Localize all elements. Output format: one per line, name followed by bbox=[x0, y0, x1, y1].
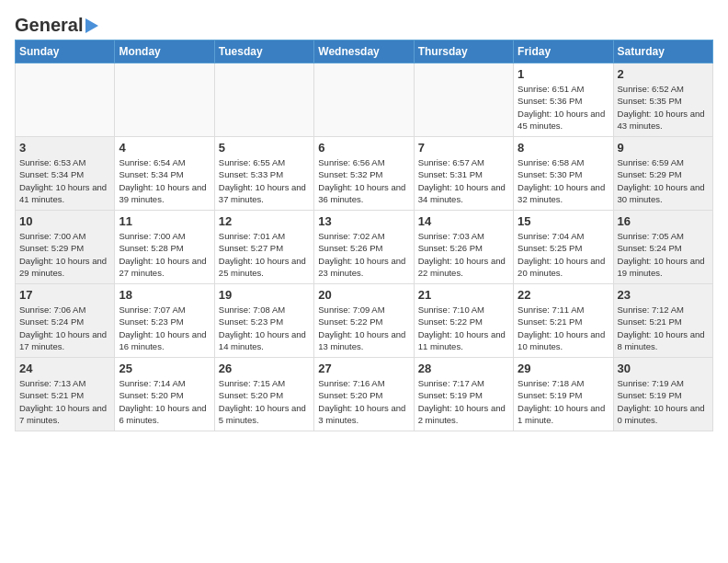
day-info: Sunrise: 7:19 AM Sunset: 5:19 PM Dayligh… bbox=[618, 377, 709, 426]
calendar-cell: 14Sunrise: 7:03 AM Sunset: 5:26 PM Dayli… bbox=[414, 211, 513, 284]
day-info: Sunrise: 6:52 AM Sunset: 5:35 PM Dayligh… bbox=[618, 83, 709, 132]
day-number: 9 bbox=[618, 141, 709, 155]
day-info: Sunrise: 7:15 AM Sunset: 5:20 PM Dayligh… bbox=[219, 377, 310, 426]
calendar-cell: 3Sunrise: 6:53 AM Sunset: 5:34 PM Daylig… bbox=[16, 137, 115, 211]
col-header-monday: Monday bbox=[115, 40, 214, 63]
day-number: 18 bbox=[119, 288, 210, 302]
calendar-cell: 24Sunrise: 7:13 AM Sunset: 5:21 PM Dayli… bbox=[16, 358, 115, 431]
calendar-cell: 15Sunrise: 7:04 AM Sunset: 5:25 PM Dayli… bbox=[514, 211, 613, 284]
calendar-cell: 28Sunrise: 7:17 AM Sunset: 5:19 PM Dayli… bbox=[414, 358, 513, 431]
day-number: 26 bbox=[219, 362, 310, 375]
calendar-header-row: SundayMondayTuesdayWednesdayThursdayFrid… bbox=[16, 40, 713, 63]
day-info: Sunrise: 7:08 AM Sunset: 5:23 PM Dayligh… bbox=[219, 304, 310, 352]
day-info: Sunrise: 7:10 AM Sunset: 5:22 PM Dayligh… bbox=[418, 304, 509, 352]
day-number: 27 bbox=[318, 362, 409, 375]
calendar-cell: 21Sunrise: 7:10 AM Sunset: 5:22 PM Dayli… bbox=[414, 284, 513, 358]
page-header: General bbox=[15, 15, 713, 32]
day-number: 14 bbox=[418, 214, 509, 228]
col-header-wednesday: Wednesday bbox=[314, 40, 414, 63]
day-info: Sunrise: 6:54 AM Sunset: 5:34 PM Dayligh… bbox=[119, 156, 210, 205]
day-number: 30 bbox=[618, 362, 709, 375]
day-number: 28 bbox=[418, 362, 509, 375]
day-info: Sunrise: 6:57 AM Sunset: 5:31 PM Dayligh… bbox=[418, 156, 509, 205]
day-number: 20 bbox=[318, 288, 409, 302]
calendar-cell: 1Sunrise: 6:51 AM Sunset: 5:36 PM Daylig… bbox=[514, 63, 613, 137]
day-info: Sunrise: 7:18 AM Sunset: 5:19 PM Dayligh… bbox=[518, 377, 609, 426]
day-number: 4 bbox=[119, 141, 210, 155]
calendar-cell: 17Sunrise: 7:06 AM Sunset: 5:24 PM Dayli… bbox=[16, 284, 115, 358]
week-row-3: 10Sunrise: 7:00 AM Sunset: 5:29 PM Dayli… bbox=[16, 211, 713, 284]
day-info: Sunrise: 7:02 AM Sunset: 5:26 PM Dayligh… bbox=[318, 230, 409, 279]
day-info: Sunrise: 7:05 AM Sunset: 5:24 PM Dayligh… bbox=[618, 230, 709, 279]
day-number: 7 bbox=[418, 141, 509, 155]
calendar-cell bbox=[414, 63, 513, 137]
day-number: 8 bbox=[518, 141, 609, 155]
calendar-cell: 8Sunrise: 6:58 AM Sunset: 5:30 PM Daylig… bbox=[514, 137, 613, 211]
logo-arrow-icon bbox=[85, 18, 98, 33]
day-number: 6 bbox=[318, 141, 409, 155]
day-info: Sunrise: 6:58 AM Sunset: 5:30 PM Dayligh… bbox=[518, 156, 609, 205]
day-info: Sunrise: 7:06 AM Sunset: 5:24 PM Dayligh… bbox=[19, 304, 110, 352]
day-info: Sunrise: 7:04 AM Sunset: 5:25 PM Dayligh… bbox=[518, 230, 609, 279]
calendar-cell: 16Sunrise: 7:05 AM Sunset: 5:24 PM Dayli… bbox=[613, 211, 712, 284]
calendar-cell: 29Sunrise: 7:18 AM Sunset: 5:19 PM Dayli… bbox=[514, 358, 613, 431]
day-info: Sunrise: 7:00 AM Sunset: 5:28 PM Dayligh… bbox=[119, 230, 210, 279]
calendar-cell: 18Sunrise: 7:07 AM Sunset: 5:23 PM Dayli… bbox=[115, 284, 214, 358]
day-number: 5 bbox=[219, 141, 310, 155]
day-number: 13 bbox=[318, 214, 409, 228]
day-number: 22 bbox=[518, 288, 609, 302]
day-number: 17 bbox=[19, 288, 110, 302]
day-info: Sunrise: 7:03 AM Sunset: 5:26 PM Dayligh… bbox=[418, 230, 509, 279]
day-info: Sunrise: 7:13 AM Sunset: 5:21 PM Dayligh… bbox=[19, 377, 110, 426]
calendar-cell bbox=[115, 63, 214, 137]
day-number: 1 bbox=[518, 67, 609, 81]
day-number: 23 bbox=[618, 288, 709, 302]
day-number: 16 bbox=[618, 214, 709, 228]
day-info: Sunrise: 6:59 AM Sunset: 5:29 PM Dayligh… bbox=[618, 156, 709, 205]
calendar-cell: 27Sunrise: 7:16 AM Sunset: 5:20 PM Dayli… bbox=[314, 358, 414, 431]
col-header-sunday: Sunday bbox=[16, 40, 115, 63]
calendar-cell: 20Sunrise: 7:09 AM Sunset: 5:22 PM Dayli… bbox=[314, 284, 414, 358]
calendar-cell: 9Sunrise: 6:59 AM Sunset: 5:29 PM Daylig… bbox=[613, 137, 712, 211]
day-info: Sunrise: 7:00 AM Sunset: 5:29 PM Dayligh… bbox=[19, 230, 110, 279]
calendar-cell: 4Sunrise: 6:54 AM Sunset: 5:34 PM Daylig… bbox=[115, 137, 214, 211]
calendar-cell bbox=[214, 63, 313, 137]
day-number: 12 bbox=[219, 214, 310, 228]
day-info: Sunrise: 6:53 AM Sunset: 5:34 PM Dayligh… bbox=[19, 156, 110, 205]
calendar-cell: 11Sunrise: 7:00 AM Sunset: 5:28 PM Dayli… bbox=[115, 211, 214, 284]
day-info: Sunrise: 6:51 AM Sunset: 5:36 PM Dayligh… bbox=[518, 83, 609, 132]
calendar-cell: 12Sunrise: 7:01 AM Sunset: 5:27 PM Dayli… bbox=[214, 211, 313, 284]
day-number: 10 bbox=[19, 214, 110, 228]
calendar-cell: 19Sunrise: 7:08 AM Sunset: 5:23 PM Dayli… bbox=[214, 284, 313, 358]
day-info: Sunrise: 7:16 AM Sunset: 5:20 PM Dayligh… bbox=[318, 377, 409, 426]
day-number: 29 bbox=[518, 362, 609, 375]
col-header-tuesday: Tuesday bbox=[214, 40, 313, 63]
week-row-1: 1Sunrise: 6:51 AM Sunset: 5:36 PM Daylig… bbox=[16, 63, 713, 137]
day-info: Sunrise: 7:07 AM Sunset: 5:23 PM Dayligh… bbox=[119, 304, 210, 352]
calendar-cell: 13Sunrise: 7:02 AM Sunset: 5:26 PM Dayli… bbox=[314, 211, 414, 284]
week-row-5: 24Sunrise: 7:13 AM Sunset: 5:21 PM Dayli… bbox=[16, 358, 713, 431]
col-header-friday: Friday bbox=[514, 40, 613, 63]
day-info: Sunrise: 7:09 AM Sunset: 5:22 PM Dayligh… bbox=[318, 304, 409, 352]
day-info: Sunrise: 7:11 AM Sunset: 5:21 PM Dayligh… bbox=[518, 304, 609, 352]
day-number: 15 bbox=[518, 214, 609, 228]
day-number: 25 bbox=[119, 362, 210, 375]
day-number: 19 bbox=[219, 288, 310, 302]
calendar-cell bbox=[16, 63, 115, 137]
day-info: Sunrise: 6:55 AM Sunset: 5:33 PM Dayligh… bbox=[219, 156, 310, 205]
day-info: Sunrise: 7:01 AM Sunset: 5:27 PM Dayligh… bbox=[219, 230, 310, 279]
day-info: Sunrise: 6:56 AM Sunset: 5:32 PM Dayligh… bbox=[318, 156, 409, 205]
day-info: Sunrise: 7:14 AM Sunset: 5:20 PM Dayligh… bbox=[119, 377, 210, 426]
calendar-body: 1Sunrise: 6:51 AM Sunset: 5:36 PM Daylig… bbox=[16, 63, 713, 431]
calendar-cell: 30Sunrise: 7:19 AM Sunset: 5:19 PM Dayli… bbox=[613, 358, 712, 431]
calendar-cell: 25Sunrise: 7:14 AM Sunset: 5:20 PM Dayli… bbox=[115, 358, 214, 431]
calendar-cell: 22Sunrise: 7:11 AM Sunset: 5:21 PM Dayli… bbox=[514, 284, 613, 358]
calendar-cell: 23Sunrise: 7:12 AM Sunset: 5:21 PM Dayli… bbox=[613, 284, 712, 358]
logo-general: General bbox=[15, 15, 83, 36]
day-number: 2 bbox=[618, 67, 709, 81]
week-row-4: 17Sunrise: 7:06 AM Sunset: 5:24 PM Dayli… bbox=[16, 284, 713, 358]
calendar-cell: 7Sunrise: 6:57 AM Sunset: 5:31 PM Daylig… bbox=[414, 137, 513, 211]
day-info: Sunrise: 7:17 AM Sunset: 5:19 PM Dayligh… bbox=[418, 377, 509, 426]
day-number: 21 bbox=[418, 288, 509, 302]
calendar-cell: 10Sunrise: 7:00 AM Sunset: 5:29 PM Dayli… bbox=[16, 211, 115, 284]
